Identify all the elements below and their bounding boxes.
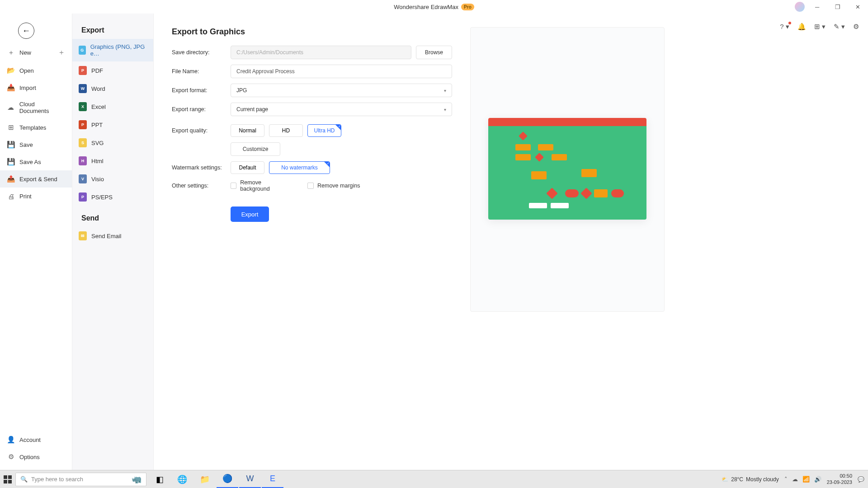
range-select[interactable]: Current page [231,103,452,116]
sidebar-item-import[interactable]: 📥Import [0,79,72,96]
export-sidebar: Export GGraphics (PNG, JPG e…PPDFWWordXE… [72,14,154,470]
explorer-icon[interactable]: 📁 [194,470,216,488]
tray-wifi-icon[interactable]: 📶 [802,476,810,483]
sidebar-icon: ☁ [7,103,15,112]
watermark-option-no-watermarks[interactable]: No watermarks [269,161,330,174]
format-excel[interactable]: XExcel [72,98,153,116]
format-pseps[interactable]: PPS/EPS [72,188,153,206]
taskbar: 🔍 Type here to search 🦏 ◧ 🌐 📁 🔵 W E ⛅ 28… [0,470,868,488]
sidebar-item-cloud-documents[interactable]: ☁Cloud Documents [0,96,72,119]
sidebar-item-templates[interactable]: ⊞Templates [0,119,72,136]
format-icon: S [79,138,87,147]
quality-label: Export quality: [172,127,231,134]
format-icon: P [79,120,87,129]
sidebar-icon: 💾 [7,141,15,149]
sidebar-item-save-as[interactable]: 💾Save As [0,153,72,170]
export-button[interactable]: Export [231,206,269,222]
format-html[interactable]: HHtml [72,152,153,170]
search-animal-icon: 🦏 [132,474,142,484]
sidebar-item-options[interactable]: ⚙Options [0,448,72,465]
toolbar-right: ? ▾ 🔔 ⊞ ▾ ✎ ▾ ⚙ [780,23,859,31]
close-button[interactable]: ✕ [848,0,868,14]
titlebar: Wondershare EdrawMax Pro ─ ❐ ✕ [0,0,868,14]
remove-margins-check[interactable]: Remove margins [307,183,366,189]
chrome-icon[interactable]: 🔵 [217,470,238,488]
minimize-button[interactable]: ─ [807,0,827,14]
task-view-icon[interactable]: ◧ [149,470,170,488]
sidebar-icon: 🖨 [7,192,15,200]
page-heading: Export to Graphics [172,27,452,37]
sidebar-item-account[interactable]: 👤Account [0,431,72,448]
format-ppt[interactable]: PPPT [72,116,153,134]
tray-onedrive-icon[interactable]: ☁ [792,476,798,483]
send-email[interactable]: ✉Send Email [72,227,153,245]
preview-panel [470,27,665,312]
sidebar-icon: 📤 [7,175,15,183]
app-title: Wondershare EdrawMax [394,4,458,10]
pro-badge: Pro [461,4,474,10]
weather-widget[interactable]: ⛅ 28°C Mostly cloudy [722,476,779,483]
taskbar-search-input[interactable]: 🔍 Type here to search 🦏 [15,473,146,486]
quality-option-hd[interactable]: HD [269,124,303,137]
sidebar-icon: 💾 [7,158,15,166]
quality-option-ultra-hd[interactable]: Ultra HD [307,124,341,137]
maximize-button[interactable]: ❐ [827,0,848,14]
remove-bg-check[interactable]: Remove background [231,179,289,192]
format-graphics[interactable]: GGraphics (PNG, JPG e… [72,39,153,61]
apps-icon[interactable]: ⊞ ▾ [814,23,826,31]
sidebar-item-save[interactable]: 💾Save [0,136,72,153]
format-pdf[interactable]: PPDF [72,61,153,80]
mail-icon: ✉ [79,231,87,240]
format-label: Export format: [172,87,231,94]
preview-thumbnail [488,118,646,220]
format-select[interactable]: JPG [231,84,452,97]
format-icon: G [79,46,86,55]
export-heading: Export [72,18,153,39]
format-icon: V [79,174,87,183]
main-content: Export to Graphics Save directory: Brows… [154,14,868,470]
format-icon: H [79,156,87,165]
save-dir-label: Save directory: [172,49,231,56]
edit-icon[interactable]: ✎ ▾ [834,23,845,31]
word-icon[interactable]: W [239,470,261,488]
settings-icon[interactable]: ⚙ [853,23,859,31]
sidebar-item-export-send[interactable]: 📤Export & Send [0,170,72,188]
weather-icon: ⛅ [722,476,728,483]
edrawmax-icon[interactable]: E [262,470,283,488]
browse-button[interactable]: Browse [416,46,452,59]
sidebar-item-new[interactable]: ＋New＋ [0,43,72,62]
customize-button[interactable]: Customize [231,142,280,156]
sidebar-icon: ⊞ [7,123,15,131]
back-button[interactable]: ← [18,23,34,39]
format-icon: W [79,84,87,93]
tray-volume-icon[interactable]: 🔊 [814,476,821,483]
format-icon: P [79,66,87,75]
other-label: Other settings: [172,183,231,189]
svg-rect-1 [8,475,12,479]
sidebar-icon: 📂 [7,66,15,75]
tray-notifications-icon[interactable]: 💬 [858,476,864,483]
save-dir-input [231,46,411,59]
user-avatar[interactable] [795,2,805,12]
format-visio[interactable]: VVisio [72,170,153,188]
format-word[interactable]: WWord [72,80,153,98]
watermark-label: Watermark settings: [172,164,231,171]
sidebar-item-open[interactable]: 📂Open [0,62,72,79]
plus-icon[interactable]: ＋ [58,48,65,57]
bell-icon[interactable]: 🔔 [797,23,806,31]
sidebar-item-print[interactable]: 🖨Print [0,188,72,205]
filename-input[interactable] [231,65,452,78]
start-button[interactable] [4,475,12,483]
send-heading: Send [72,206,153,227]
search-icon: 🔍 [20,476,28,483]
taskbar-clock[interactable]: 00:50 23-09-2023 [827,473,852,485]
watermark-option-default[interactable]: Default [231,161,264,174]
tray-chevron-icon[interactable]: ˄ [784,476,788,483]
svg-rect-2 [4,480,7,483]
quality-option-normal[interactable]: Normal [231,124,264,137]
range-label: Export range: [172,106,231,113]
format-svg[interactable]: SSVG [72,134,153,152]
edge-icon[interactable]: 🌐 [171,470,193,488]
help-icon[interactable]: ? ▾ [780,23,789,31]
primary-sidebar: ← ＋New＋📂Open📥Import☁Cloud Documents⊞Temp… [0,14,72,470]
